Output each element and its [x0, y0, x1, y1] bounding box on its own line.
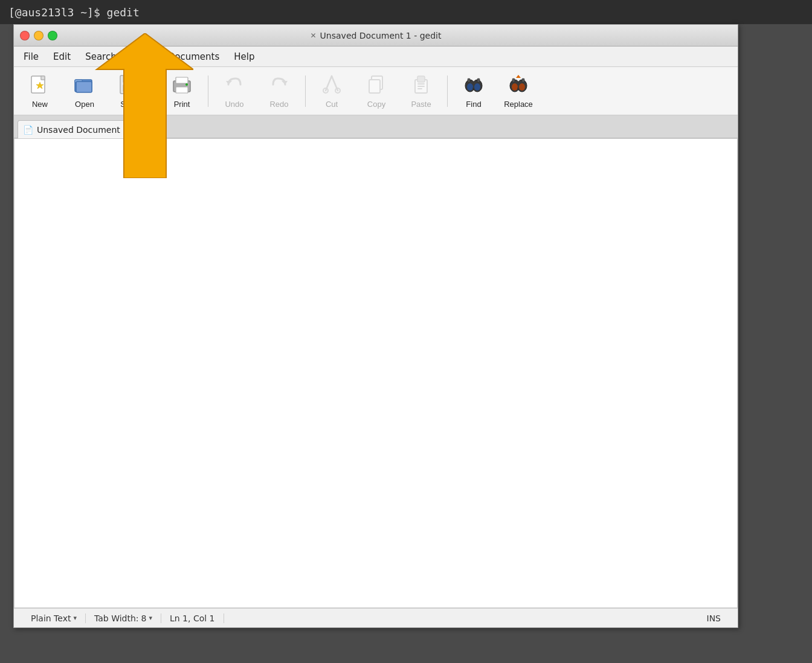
- paste-icon: [410, 74, 432, 97]
- tab-width-status[interactable]: Tab Width: 8 ▾: [86, 613, 161, 623]
- svg-rect-34: [468, 78, 470, 82]
- close-window-button[interactable]: [20, 31, 30, 40]
- paste-button[interactable]: Paste: [400, 71, 442, 112]
- toolbar-sep-2: [208, 75, 208, 107]
- save-icon: [118, 74, 140, 97]
- save-label: Save: [120, 100, 138, 109]
- new-icon: [29, 74, 51, 97]
- insert-mode-text: INS: [707, 613, 721, 623]
- find-button[interactable]: Find: [453, 71, 495, 112]
- svg-rect-41: [512, 78, 515, 82]
- replace-button[interactable]: Replace: [497, 71, 540, 112]
- toolbar-sep-4: [447, 75, 448, 107]
- tab-width-value: 8: [141, 613, 147, 623]
- svg-point-15: [185, 83, 188, 86]
- language-status[interactable]: Plain Text ▾: [22, 613, 86, 623]
- tab-bar: 📄 Unsaved Document 1 ✕: [14, 115, 738, 138]
- svg-point-32: [467, 83, 473, 91]
- cut-label: Cut: [326, 100, 338, 109]
- cursor-position: Ln 1, Col 1: [161, 613, 224, 623]
- svg-rect-13: [176, 77, 188, 83]
- terminal-text: [@aus213l3 ~]$ gedit: [8, 6, 140, 19]
- copy-button[interactable]: Copy: [355, 71, 398, 112]
- undo-icon: [224, 74, 245, 97]
- editor-textarea[interactable]: [14, 139, 737, 607]
- tab-label: Unsaved Document 1: [37, 125, 128, 135]
- svg-rect-25: [417, 76, 425, 82]
- redo-button[interactable]: Redo: [258, 71, 300, 112]
- window-controls: [20, 31, 57, 40]
- document-tab[interactable]: 📄 Unsaved Document 1 ✕: [18, 120, 149, 138]
- position-text: Ln 1, Col 1: [170, 613, 215, 623]
- svg-rect-23: [369, 80, 380, 93]
- cut-icon: [321, 74, 343, 97]
- menu-tools[interactable]: Tools: [125, 49, 160, 65]
- tab-doc-icon: 📄: [23, 125, 33, 135]
- copy-icon: [366, 74, 387, 97]
- undo-button[interactable]: Undo: [213, 71, 256, 112]
- new-button[interactable]: New: [19, 71, 61, 112]
- insert-mode: INS: [698, 613, 730, 623]
- replace-label: Replace: [504, 100, 533, 109]
- svg-rect-2: [41, 76, 45, 80]
- menu-search[interactable]: Search: [79, 49, 123, 65]
- copy-label: Copy: [367, 100, 385, 109]
- status-bar: Plain Text ▾ Tab Width: 8 ▾ Ln 1, Col 1 …: [14, 608, 738, 627]
- replace-icon: [507, 74, 529, 97]
- svg-rect-28: [417, 88, 422, 89]
- menu-file[interactable]: File: [18, 49, 45, 65]
- toolbar-sep-1: [155, 75, 156, 107]
- tab-width-label: Tab Width:: [94, 613, 139, 623]
- tab-width-arrow: ▾: [149, 614, 152, 622]
- open-label: Open: [75, 100, 94, 109]
- menu-help[interactable]: Help: [228, 49, 260, 65]
- redo-label: Redo: [269, 100, 288, 109]
- print-label: Print: [174, 100, 190, 109]
- svg-rect-27: [417, 86, 425, 87]
- redo-icon: [268, 74, 290, 97]
- find-label: Find: [466, 100, 481, 109]
- svg-rect-42: [522, 78, 524, 82]
- print-button[interactable]: Print: [161, 71, 203, 112]
- save-button[interactable]: Save: [108, 71, 150, 112]
- menu-documents[interactable]: Documents: [162, 49, 226, 65]
- window-title: ✕ Unsaved Document 1 - gedit: [311, 31, 442, 40]
- language-arrow: ▾: [73, 614, 77, 622]
- toolbar: New Open: [14, 67, 738, 115]
- svg-point-33: [474, 83, 480, 91]
- svg-rect-26: [417, 83, 425, 85]
- toolbar-sep-3: [305, 75, 306, 107]
- title-x-icon: ✕: [311, 31, 317, 40]
- open-button[interactable]: Open: [63, 71, 106, 112]
- tab-close-button[interactable]: ✕: [132, 124, 142, 135]
- svg-rect-35: [477, 78, 480, 82]
- print-icon: [171, 74, 193, 97]
- find-icon: [463, 74, 485, 97]
- editor-area[interactable]: [14, 138, 738, 608]
- undo-label: Undo: [225, 100, 243, 109]
- language-label: Plain Text: [31, 613, 71, 623]
- svg-point-40: [519, 83, 525, 91]
- svg-rect-11: [128, 76, 130, 82]
- svg-rect-14: [176, 87, 188, 93]
- cut-button[interactable]: Cut: [311, 71, 353, 112]
- svg-marker-43: [516, 75, 521, 78]
- maximize-window-button[interactable]: [48, 31, 57, 40]
- title-bar: ✕ Unsaved Document 1 - gedit: [14, 25, 738, 46]
- menu-bar: File Edit Search Tools Documents Help: [14, 46, 738, 67]
- terminal-bar: [@aus213l3 ~]$ gedit: [0, 0, 812, 24]
- svg-point-39: [512, 83, 518, 91]
- minimize-window-button[interactable]: [34, 31, 44, 40]
- open-icon: [74, 74, 95, 97]
- window-title-text: Unsaved Document 1 - gedit: [320, 31, 442, 40]
- svg-rect-6: [76, 82, 92, 92]
- svg-rect-9: [123, 85, 135, 92]
- new-label: New: [32, 100, 48, 109]
- gedit-window: ✕ Unsaved Document 1 - gedit File Edit S…: [13, 24, 738, 628]
- paste-label: Paste: [411, 100, 431, 109]
- menu-edit[interactable]: Edit: [47, 49, 77, 65]
